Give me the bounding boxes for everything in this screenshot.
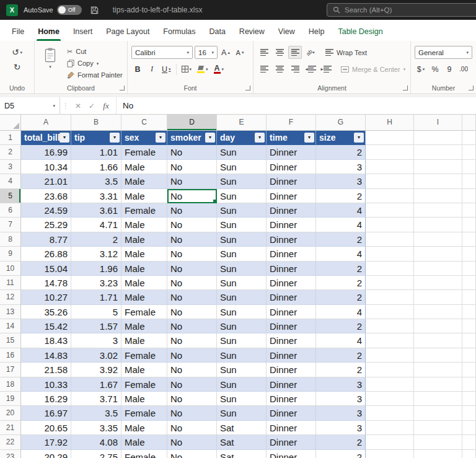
align-center-button[interactable] [273, 63, 286, 76]
cell-E15[interactable]: Sun [217, 333, 267, 348]
cell-A16[interactable]: 14.83 [21, 348, 71, 363]
row-header-10[interactable]: 10 [0, 262, 21, 276]
cell-A21[interactable]: 20.65 [21, 421, 71, 435]
cut-button[interactable]: ✂ Cut [67, 46, 123, 57]
chevron-down-icon[interactable]: ▾ [53, 103, 55, 108]
cell-G23[interactable]: 2 [316, 450, 366, 458]
undo-button[interactable]: ↺▾ [9, 46, 25, 58]
filter-button-size[interactable]: ▾ [354, 133, 364, 143]
cell-E22[interactable]: Sat [217, 435, 267, 449]
column-header-D[interactable]: D [167, 115, 217, 131]
cell-C6[interactable]: Female [121, 203, 167, 218]
cell-G11[interactable]: 2 [316, 276, 366, 290]
tab-table-design[interactable]: Table Design [331, 22, 389, 41]
cell-A2[interactable]: 16.99 [21, 145, 71, 159]
tab-page-layout[interactable]: Page Layout [99, 22, 156, 41]
cell-A10[interactable]: 15.04 [21, 262, 71, 276]
cell-G22[interactable]: 2 [316, 435, 366, 449]
cell-B23[interactable]: 2.75 [71, 450, 121, 458]
column-header-C[interactable]: C [121, 115, 167, 131]
cell-F18[interactable]: Dinner [267, 377, 316, 392]
cell-H3[interactable] [366, 160, 414, 174]
row-header-22[interactable]: 22 [0, 435, 21, 449]
decrease-indent-button[interactable]: ◂ [304, 63, 317, 76]
font-dialog-launcher-icon[interactable] [245, 86, 250, 90]
cell-H17[interactable] [366, 363, 414, 377]
cell-D10[interactable]: No [167, 262, 217, 276]
cell-H22[interactable] [366, 435, 414, 449]
cell-F15[interactable]: Dinner [267, 333, 316, 348]
cell-I15[interactable] [414, 333, 462, 348]
cell-A20[interactable]: 16.97 [21, 406, 71, 420]
cell-H19[interactable] [366, 392, 414, 406]
cell-F6[interactable]: Dinner [267, 203, 316, 218]
cell-C16[interactable]: Female [121, 348, 167, 363]
cell-C13[interactable]: Female [121, 305, 167, 319]
cell-I4[interactable] [414, 174, 462, 188]
cell-A8[interactable]: 8.77 [21, 232, 71, 247]
row-header-12[interactable]: 12 [0, 290, 21, 304]
filter-button-tip[interactable]: ▾ [110, 133, 120, 143]
cell-G20[interactable]: 3 [316, 406, 366, 420]
cell-A5[interactable]: 23.68 [21, 189, 71, 203]
document-title[interactable]: tips-add-to-left-of-table.xlsx [113, 6, 203, 14]
cell-C8[interactable]: Male [121, 232, 167, 247]
cell-B15[interactable]: 3 [71, 333, 121, 348]
cell-I18[interactable] [414, 377, 462, 392]
row-header-8[interactable]: 8 [0, 232, 21, 247]
cell-I1[interactable] [414, 131, 462, 145]
cell-I5[interactable] [414, 189, 462, 203]
cell-F5[interactable]: Dinner [267, 189, 316, 203]
cell-F23[interactable]: Dinner [267, 450, 316, 458]
cell-partial-20[interactable] [462, 406, 476, 420]
formula-bar-drag-handle[interactable]: ⋮ [60, 102, 71, 109]
tab-insert[interactable]: Insert [66, 22, 99, 41]
cell-G5[interactable]: 2 [316, 189, 366, 203]
cell-H16[interactable] [366, 348, 414, 363]
cell-partial-9[interactable] [462, 247, 476, 261]
cell-I11[interactable] [414, 276, 462, 290]
decrease-font-size-button[interactable]: A▾ [234, 46, 246, 59]
alignment-dialog-launcher-icon[interactable] [403, 86, 408, 90]
cell-B4[interactable]: 3.5 [71, 174, 121, 188]
column-header-E[interactable]: E [217, 115, 267, 131]
number-format-select[interactable]: General ▾ [415, 46, 472, 59]
name-box[interactable]: D5 ▾ [0, 97, 60, 114]
fill-color-button[interactable]: ▾ [195, 63, 210, 76]
cell-B20[interactable]: 3.5 [71, 406, 121, 420]
font-size-select[interactable]: 16 ▾ [195, 46, 218, 59]
row-header-1[interactable]: 1 [0, 131, 21, 145]
cell-D7[interactable]: No [167, 218, 217, 232]
cell-A4[interactable]: 21.01 [21, 174, 71, 188]
cell-E14[interactable]: Sun [217, 319, 267, 333]
filter-button-day[interactable]: ▾ [255, 133, 265, 143]
cell-F7[interactable]: Dinner [267, 218, 316, 232]
cell-A11[interactable]: 14.78 [21, 276, 71, 290]
cell-B11[interactable]: 3.23 [71, 276, 121, 290]
cell-B5[interactable]: 3.31 [71, 189, 121, 203]
cell-A19[interactable]: 16.29 [21, 392, 71, 406]
cell-partial-10[interactable] [462, 262, 476, 276]
comma-style-button[interactable]: 9 [443, 63, 456, 76]
cell-H13[interactable] [366, 305, 414, 319]
cancel-icon[interactable]: ✕ [71, 102, 85, 110]
cell-D22[interactable]: No [167, 435, 217, 449]
increase-font-size-button[interactable]: A▴ [219, 46, 232, 59]
cell-D6[interactable]: No [167, 203, 217, 218]
cell-B21[interactable]: 3.35 [71, 421, 121, 435]
cell-B16[interactable]: 3.02 [71, 348, 121, 363]
row-header-6[interactable]: 6 [0, 203, 21, 218]
cell-B14[interactable]: 1.57 [71, 319, 121, 333]
cell-C12[interactable]: Male [121, 290, 167, 304]
autosave-toggle[interactable]: Off [57, 5, 82, 15]
row-header-23[interactable]: 23 [0, 450, 21, 458]
cell-H20[interactable] [366, 406, 414, 420]
cell-I10[interactable] [414, 262, 462, 276]
cell-H7[interactable] [366, 218, 414, 232]
cell-A3[interactable]: 10.34 [21, 160, 71, 174]
formula-input[interactable]: No [119, 101, 476, 110]
cell-partial-23[interactable] [462, 450, 476, 458]
save-button[interactable] [87, 2, 102, 17]
cell-F16[interactable]: Dinner [267, 348, 316, 363]
cell-D16[interactable]: No [167, 348, 217, 363]
